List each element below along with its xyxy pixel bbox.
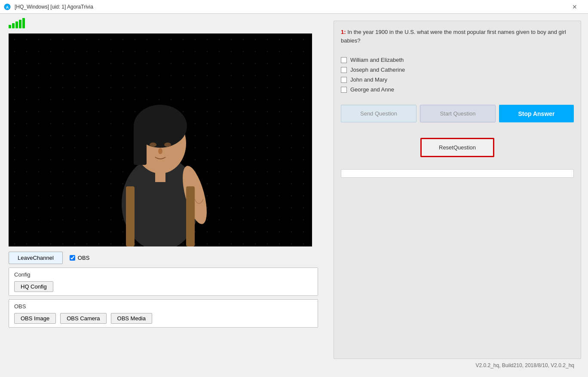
answer-checkbox-3[interactable] <box>341 77 347 83</box>
answer-checkbox-2[interactable] <box>341 67 347 73</box>
left-panel: LeaveChannel OBS Config HQ Config OBS OB… <box>0 14 327 377</box>
video-container <box>9 33 312 246</box>
answer-checkbox-1[interactable] <box>341 57 347 63</box>
hq-config-button[interactable]: HQ Config <box>14 281 53 292</box>
signal-bars <box>9 18 318 28</box>
answer-label-3: John and Mary <box>350 76 387 83</box>
window-title: [HQ_Windows] [uid: 1] AgoraTrivia <box>15 4 565 10</box>
obs-checkbox-label[interactable]: OBS <box>70 255 89 261</box>
right-panel: 1: In the year 1900 in the U.S. what wer… <box>327 14 588 377</box>
signal-bar-2 <box>12 23 15 28</box>
question-number: 1: <box>341 29 346 35</box>
action-buttons: Send Question Start Question Stop Answer <box>341 105 574 122</box>
svg-point-6 <box>150 143 156 147</box>
stop-answer-button[interactable]: Stop Answer <box>499 105 574 122</box>
svg-rect-12 <box>186 186 195 246</box>
obs-title: OBS <box>14 303 312 310</box>
obs-checkbox[interactable] <box>70 255 75 261</box>
progress-bar <box>341 169 574 178</box>
controls-row: LeaveChannel OBS <box>9 252 318 264</box>
reset-question-button[interactable]: ResetQuestion <box>420 138 494 157</box>
svg-point-8 <box>158 148 162 154</box>
signal-bar-3 <box>15 21 18 28</box>
config-title: Config <box>14 271 312 278</box>
obs-label: OBS <box>78 255 89 261</box>
start-question-button[interactable]: Start Question <box>420 105 496 122</box>
app-icon: A <box>3 3 11 11</box>
svg-rect-9 <box>155 169 165 182</box>
answer-checkbox-4[interactable] <box>341 87 347 93</box>
signal-bar-1 <box>9 25 11 28</box>
obs-image-button[interactable]: OBS Image <box>14 313 56 324</box>
question-body: In the year 1900 in the U.S. what were t… <box>341 29 566 44</box>
svg-text:A: A <box>6 5 9 9</box>
obs-camera-button[interactable]: OBS Camera <box>60 313 106 324</box>
signal-bar-4 <box>19 20 21 28</box>
answers-section: William and Elizabeth Joseph and Catheri… <box>341 57 574 93</box>
close-button[interactable]: ✕ <box>565 0 585 14</box>
version-text: V2.0.2_hq, Build210, 2018/8/10, V2.0.2_h… <box>334 359 581 370</box>
send-question-button[interactable]: Send Question <box>341 105 416 122</box>
answer-option-1[interactable]: William and Elizabeth <box>341 57 574 63</box>
obs-buttons-row: OBS Image OBS Camera OBS Media <box>14 313 312 324</box>
svg-rect-5 <box>134 126 147 165</box>
answer-label-1: William and Elizabeth <box>350 57 404 63</box>
obs-media-button[interactable]: OBS Media <box>111 313 152 324</box>
svg-point-7 <box>164 143 171 147</box>
config-section: Config HQ Config <box>9 268 318 296</box>
person-figure <box>92 66 229 246</box>
leave-channel-button[interactable]: LeaveChannel <box>9 252 63 264</box>
svg-rect-11 <box>126 186 135 246</box>
question-panel: 1: In the year 1900 in the U.S. what wer… <box>334 21 581 359</box>
answer-label-4: George and Anne <box>350 86 394 93</box>
titlebar: A [HQ_Windows] [uid: 1] AgoraTrivia ✕ <box>0 0 588 14</box>
question-text: 1: In the year 1900 in the U.S. what wer… <box>341 28 574 45</box>
main-content: LeaveChannel OBS Config HQ Config OBS OB… <box>0 14 588 377</box>
signal-bar-5 <box>22 18 25 28</box>
answer-option-4[interactable]: George and Anne <box>341 86 574 93</box>
answer-option-2[interactable]: Joseph and Catherine <box>341 67 574 73</box>
answer-option-3[interactable]: John and Mary <box>341 76 574 83</box>
answer-label-2: Joseph and Catherine <box>350 67 405 73</box>
reset-section: ResetQuestion <box>341 138 574 157</box>
obs-section: OBS OBS Image OBS Camera OBS Media <box>9 299 318 328</box>
